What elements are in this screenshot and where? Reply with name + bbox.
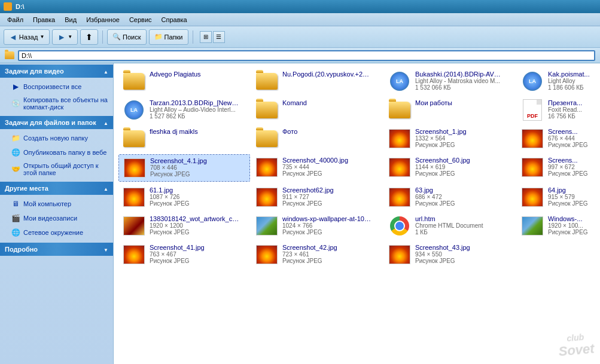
view-list-button[interactable]: ☰ (213, 31, 225, 43)
sidebar-item-network[interactable]: 🌐 Сетевое окружение (0, 225, 113, 240)
file-meta2: Рисунок JPEG (150, 229, 246, 235)
view-toggle: ⊞ ☰ (200, 31, 225, 43)
sidebar-item-copy-cd[interactable]: 💿 Копировать все объекты на компакт-диск (0, 94, 113, 113)
file-thumb (123, 157, 147, 179)
menu-service[interactable]: Сервис (124, 15, 157, 25)
file-item-prezenta[interactable]: Презента... Foxit Read... 16 756 КБ (517, 97, 600, 123)
file-name: Screenshot_43.jpg (415, 244, 505, 251)
sidebar-section-video[interactable]: Задачи для видео (0, 65, 113, 78)
file-item-advego[interactable]: Advego Plagiatus (118, 68, 250, 94)
file-name: Screens... (548, 157, 600, 164)
file-item-64[interactable]: 64.jpg 915 × 579 Рисунок JPEG (517, 184, 600, 210)
forward-button[interactable]: ► ▼ (52, 29, 78, 45)
file-grid: Advego Plagiatus Nu.Pogodi.(20.vypuskov.… (118, 68, 595, 268)
file-meta2: Рисунок JPEG (282, 229, 379, 235)
up-button[interactable]: ⬆ (80, 29, 98, 45)
details-section-chevron (103, 246, 108, 253)
menu-bar: Файл Правка Вид Избранное Сервис Справка (0, 13, 600, 26)
file-name: fleshka dj maikls (150, 128, 239, 135)
file-thumb: LA (122, 99, 146, 121)
menu-view[interactable]: Вид (60, 15, 81, 25)
sidebar-section-details[interactable]: Подробно (0, 243, 113, 256)
view-icons-button[interactable]: ⊞ (200, 31, 212, 43)
file-thumb (388, 128, 412, 149)
file-meta1: 1087 × 726 (150, 194, 246, 200)
separator-2 (193, 30, 193, 44)
file-name: Screenshot_41.jpg (150, 244, 239, 251)
file-item-screenshot62[interactable]: Screenshot62.jpg 911 × 727 Рисунок JPEG (251, 184, 383, 210)
file-item-screenshot40000[interactable]: Screenshot_40000.jpg 735 × 444 Рисунок J… (251, 154, 383, 182)
file-item-foto[interactable]: Фото (251, 126, 383, 152)
sidebar-section-filetasks[interactable]: Задачи для файлов и папок (0, 116, 113, 129)
file-item-screenshot41b[interactable]: Screenshot_41.jpg 763 × 467 Рисунок JPEG (118, 241, 250, 268)
file-item-url[interactable]: url.htm Chrome HTML Document 1 КБ (384, 213, 516, 239)
file-meta2: 1 532 066 КБ (415, 84, 512, 91)
file-thumb (255, 215, 279, 237)
menu-file[interactable]: Файл (2, 15, 28, 25)
la-icon: LA (523, 72, 542, 91)
file-name: Komand (282, 99, 372, 106)
file-item-fleshka[interactable]: fleshka dj maikls (118, 126, 250, 152)
back-button[interactable]: ◄ Назад ▼ (4, 29, 50, 45)
file-thumb: LA (388, 71, 412, 92)
file-thumb (122, 244, 146, 265)
file-meta2: Рисунок JPEG (548, 229, 600, 235)
file-item-screenshot-s2[interactable]: Screens... 997 × 672 Рисунок JPEG (517, 154, 600, 182)
file-meta2: Рисунок JPEG (150, 200, 246, 207)
file-item-screenshot-s1[interactable]: Screens... 676 × 444 Рисунок JPEG (517, 126, 600, 152)
sidebar-item-publish-web[interactable]: 🌐 Опубликовать папку в вебе (0, 145, 113, 160)
file-meta1: 1144 × 619 (415, 164, 512, 170)
file-item-63[interactable]: 63.jpg 686 × 472 Рисунок JPEG (384, 184, 516, 210)
file-item-komand[interactable]: Komand (251, 97, 383, 123)
sidebar-item-my-computer[interactable]: 🖥 Мой компьютер (0, 197, 113, 211)
file-thumb (520, 157, 544, 178)
sidebar-item-play-all[interactable]: ▶ Воспроизвести все (0, 79, 113, 94)
file-meta1: 997 × 672 (548, 164, 600, 170)
file-name: Bukashki.(2014).BDRip-AVC.m... (415, 71, 505, 78)
file-item-windows2[interactable]: Windows-... 1920 × 100... Рисунок JPEG (517, 213, 600, 239)
jpeg-thumb (389, 158, 410, 177)
jpeg-thumb (522, 188, 543, 207)
la-icon: LA (390, 72, 409, 91)
file-name: Tarzan.2013.D.BDRip_[New-T... (150, 99, 239, 106)
file-item-nu-pogodi[interactable]: Nu.Pogodi.(20.vypuskov.+22).... (251, 68, 383, 94)
file-name: Nu.Pogodi.(20.vypuskov.+22).... (282, 71, 372, 78)
sidebar-item-my-videos[interactable]: 🎬 Мои видеозаписи (0, 211, 113, 225)
file-item-winxp[interactable]: windows-xp-wallpaper-at-102.... 1024 × 7… (251, 213, 383, 239)
file-name: 64.jpg (548, 186, 600, 194)
file-item-61[interactable]: 61.1.jpg 1087 × 726 Рисунок JPEG (118, 184, 250, 210)
menu-favorites[interactable]: Избранное (81, 15, 124, 25)
folder-icon (256, 73, 278, 90)
file-item-screenshot43[interactable]: Screenshot_43.jpg 934 × 550 Рисунок JPEG (384, 241, 516, 268)
forward-dropdown-icon[interactable]: ▼ (68, 34, 72, 39)
file-name: Kak.poismat... (548, 71, 600, 78)
sidebar-item-share[interactable]: 🤝 Открыть общий доступ к этой папке (0, 160, 113, 179)
menu-help[interactable]: Справка (157, 15, 192, 25)
file-item-screenshot41[interactable]: Screenshot_4.1.jpg 708 × 446 Рисунок JPE… (118, 154, 250, 182)
file-meta2: Рисунок JPEG (415, 258, 512, 264)
jpeg-thumb (522, 129, 543, 148)
file-item-tarzan[interactable]: LA Tarzan.2013.D.BDRip_[New-T... Light A… (118, 97, 250, 123)
folders-button[interactable]: 📁 Папки (149, 29, 188, 45)
file-item-screenshot60[interactable]: Screenshot_60.jpg 1144 × 619 Рисунок JPE… (384, 154, 516, 182)
sidebar-section-other[interactable]: Другие места (0, 182, 113, 195)
back-dropdown-icon[interactable]: ▼ (39, 34, 44, 39)
filetasks-section-label: Задачи для файлов и папок (5, 119, 96, 126)
sidebar-item-new-folder[interactable]: 📁 Создать новую папку (0, 131, 113, 145)
file-item-screenshot42[interactable]: Screenshot_42.jpg 723 × 461 Рисунок JPEG (251, 241, 383, 268)
file-meta1: 1920 × 100... (548, 222, 600, 229)
file-meta2: Рисунок JPEG (150, 171, 246, 178)
jpeg-thumb (389, 245, 410, 264)
new-folder-icon: 📁 (11, 133, 20, 143)
file-item-kak[interactable]: LA Kak.poismat... Light Alloy 1 186 606 … (517, 68, 600, 94)
file-meta1: 915 × 579 (548, 194, 600, 200)
search-button[interactable]: 🔍 Поиск (107, 29, 146, 45)
menu-edit[interactable]: Правка (28, 15, 60, 25)
file-item-bukashki[interactable]: LA Bukashki.(2014).BDRip-AVC.m... Light … (384, 68, 516, 94)
address-input[interactable] (18, 50, 595, 61)
file-meta2: Рисунок JPEG (282, 200, 379, 207)
file-item-moi-raboty[interactable]: Мои работы (384, 97, 516, 123)
file-item-wot[interactable]: 1383018142_wot_artwork_chi... 1920 × 120… (118, 213, 250, 239)
file-meta1: Light Alloy – Audio-Video Interl... (150, 106, 246, 113)
file-item-screenshot1[interactable]: Screenshot_1.jpg 1332 × 564 Рисунок JPEG (384, 126, 516, 152)
